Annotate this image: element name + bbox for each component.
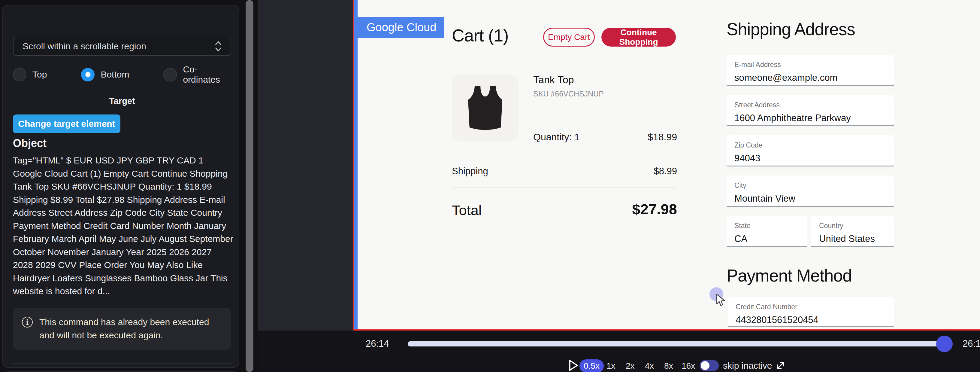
radio-coordinates[interactable]: Co-ordinates (163, 64, 231, 85)
fullscreen-button[interactable] (775, 359, 787, 371)
toggle-knob (701, 361, 710, 370)
speed-16x-button[interactable]: 16x (677, 359, 699, 372)
cart-title: Cart (1) (452, 25, 509, 45)
speed-0-5x-button[interactable]: 0.5x (579, 359, 604, 372)
play-button[interactable] (566, 359, 579, 372)
card-field-label: Credit Card Number (736, 303, 886, 311)
sidebar-bottom-divider (13, 363, 231, 364)
email-field-label: E-mail Address (734, 61, 886, 69)
info-icon: i (22, 317, 33, 327)
radio-bottom[interactable]: Bottom (81, 68, 129, 81)
page-scrollbar-highlight (354, 0, 358, 329)
current-time: 26:14 (366, 338, 389, 349)
session-replay-app: Scroll within a scrollable region Top Bo… (0, 0, 980, 372)
radio-bottom-label: Bottom (100, 69, 129, 80)
product-sku: SKU #66VCHSJNUP (533, 89, 604, 98)
divider-line (142, 101, 231, 101)
radio-top[interactable]: Top (13, 68, 47, 81)
radio-coordinates-label: Co-ordinates (183, 64, 231, 85)
seek-playhead[interactable] (936, 336, 953, 352)
state-field-value: CA (734, 233, 799, 244)
city-field-label: City (734, 182, 886, 190)
zip-field-label: Zip Code (734, 141, 886, 149)
command-executed-notice: i This command has already been executed… (13, 308, 231, 350)
speed-8x-button[interactable]: 8x (660, 359, 677, 372)
product-quantity: Quantity: 1 (533, 132, 580, 143)
city-field-value: Mountain View (734, 193, 886, 204)
shipping-cost-value: $8.99 (617, 166, 677, 177)
state-field[interactable]: State CA (727, 216, 807, 247)
continue-shopping-button[interactable]: Continue Shopping (601, 28, 676, 46)
target-section-divider: Target (13, 96, 231, 106)
site-badge: Google Cloud (358, 17, 444, 38)
total-value: $27.98 (587, 201, 677, 217)
seek-bar[interactable] (408, 342, 945, 346)
email-field[interactable]: E-mail Address someone@example.com (727, 55, 894, 86)
speed-4x-button[interactable]: 4x (641, 359, 658, 372)
empty-cart-button[interactable]: Empty Cart (543, 28, 595, 46)
email-field-value: someone@example.com (734, 72, 886, 83)
country-field-label: Country (819, 222, 886, 230)
radio-top-circle[interactable] (13, 68, 26, 81)
action-type-value: Scroll within a scrollable region (22, 41, 146, 51)
object-description-text: Tag="HTML" $ EUR USD JPY GBP TRY CAD 1 G… (13, 154, 233, 298)
product-name: Tank Top (533, 74, 574, 86)
total-label: Total (452, 202, 482, 219)
notice-text: This command has already been executed a… (39, 316, 222, 342)
play-icon (566, 359, 579, 372)
mouse-cursor-icon (715, 294, 726, 307)
replayed-webpage: Google Cloud Cart (1) Empty Cart Continu… (358, 0, 980, 329)
skip-inactive-label: skip inactive (723, 361, 772, 371)
zip-field-value: 94043 (734, 153, 886, 164)
street-address-field[interactable]: Street Address 1600 Amphitheatre Parkway (727, 95, 894, 126)
card-field-value: 4432801561520454 (736, 315, 886, 326)
cart-header-divider (452, 61, 677, 61)
pane-splitter-handle[interactable] (246, 0, 253, 372)
product-price: $18.99 (617, 132, 677, 143)
radio-top-label: Top (32, 69, 47, 80)
credit-card-number-field[interactable]: Credit Card Number 4432801561520454 (728, 297, 894, 327)
command-detail-panel: Scroll within a scrollable region Top Bo… (2, 5, 239, 368)
country-field-value: United States (819, 233, 886, 244)
totals-divider (452, 187, 677, 187)
scroll-position-radio-group: Top Bottom Co-ordinates (13, 64, 231, 85)
divider-line (13, 101, 102, 101)
skip-inactive-toggle[interactable] (700, 360, 719, 371)
tank-top-graphic (457, 79, 514, 136)
speed-2x-button[interactable]: 2x (622, 359, 639, 372)
end-time: 26:1 (963, 338, 980, 349)
shipping-cost-label: Shipping (452, 166, 488, 177)
city-field[interactable]: City Mountain View (727, 176, 894, 207)
country-field[interactable]: Country United States (811, 216, 894, 247)
target-section-label: Target (109, 96, 135, 106)
state-field-label: State (734, 222, 799, 230)
product-image-tank-top (452, 75, 519, 140)
zip-code-field[interactable]: Zip Code 94043 (727, 135, 894, 166)
action-type-select[interactable]: Scroll within a scrollable region (13, 37, 231, 56)
radio-coordinates-circle[interactable] (163, 68, 177, 81)
street-field-label: Street Address (734, 101, 886, 109)
radio-bottom-circle[interactable] (81, 68, 95, 81)
expand-icon (775, 359, 787, 371)
shipping-address-heading: Shipping Address (727, 19, 855, 39)
speed-1x-button[interactable]: 1x (602, 359, 620, 372)
change-target-button[interactable]: Change target element (13, 115, 120, 133)
street-field-value: 1600 Amphitheatre Parkway (734, 113, 886, 123)
select-updown-icon (214, 40, 223, 52)
payment-method-heading: Payment Method (727, 266, 852, 286)
object-heading: Object (13, 137, 46, 150)
